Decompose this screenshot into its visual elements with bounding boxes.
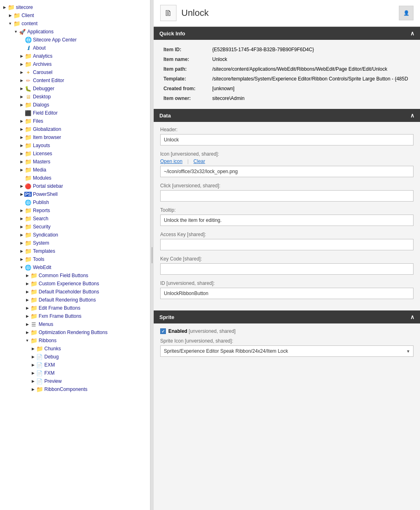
sidebar-item-analytics[interactable]: ▶📁Analytics xyxy=(0,52,150,60)
arrow-fxm-frame-buttons: ▶ xyxy=(24,314,30,318)
click-input[interactable] xyxy=(160,190,413,202)
icon-default-rendering-buttons: 📁 xyxy=(30,297,37,303)
sidebar-item-menus[interactable]: ▶☰Menus xyxy=(0,320,150,328)
sidebar-item-desktop[interactable]: ▶🖥Desktop xyxy=(0,93,150,101)
sidebar-item-portal-sidebar[interactable]: ▶🔴Portal sidebar xyxy=(0,182,150,190)
sidebar-item-licenses[interactable]: ▶📁Licenses xyxy=(0,150,150,158)
key-code-input[interactable] xyxy=(160,263,413,275)
sidebar-item-edit-frame-buttons[interactable]: ▶📁Edit Frame Buttons xyxy=(0,304,150,312)
quick-info-title: Quick Info xyxy=(159,30,185,37)
sprite-section-title: Sprite xyxy=(159,314,174,320)
icon-links: Open icon | Clear xyxy=(160,158,413,164)
sidebar-item-ribbon-components[interactable]: ▶📁RibbonComponents xyxy=(0,385,150,393)
enabled-checkbox[interactable] xyxy=(160,328,166,334)
icon-path-input[interactable] xyxy=(160,166,413,177)
arrow-licenses: ▶ xyxy=(19,152,24,156)
arrow-globalization: ▶ xyxy=(19,127,24,131)
sidebar-item-webedit[interactable]: ▼🌐WebEdit xyxy=(0,263,150,271)
label-applications: Applications xyxy=(27,29,54,35)
quick-info-header[interactable]: Quick Info ∧ xyxy=(154,27,420,40)
sidebar-item-fxm-frame-buttons[interactable]: ▶📁Fxm Frame Buttons xyxy=(0,312,150,320)
sidebar-item-files[interactable]: ▶📁Files xyxy=(0,117,150,125)
sidebar-item-system[interactable]: ▶📁System xyxy=(0,239,150,247)
sidebar-item-default-placeholder-buttons[interactable]: ▶📁Default Placeholder Buttons xyxy=(0,288,150,296)
sidebar-item-content[interactable]: ▼📁content xyxy=(0,20,150,28)
sidebar-item-templates[interactable]: ▶📁Templates xyxy=(0,247,150,255)
id-field-block: ID [unversioned, shared]: xyxy=(160,280,413,299)
icon-publish: 🌐 xyxy=(24,199,32,206)
sidebar-item-layouts[interactable]: ▶📁Layouts xyxy=(0,141,150,150)
sidebar-item-sitecore-app-center[interactable]: 🌐Sitecore App Center xyxy=(0,36,150,44)
sidebar-item-client[interactable]: ▶📁Client xyxy=(0,11,150,20)
open-icon-link[interactable]: Open icon xyxy=(160,158,183,164)
user-icon: 👤 xyxy=(403,10,409,16)
id-input[interactable] xyxy=(160,288,413,299)
clear-link[interactable]: Clear xyxy=(194,158,205,164)
header-input[interactable] xyxy=(160,134,413,145)
label-modules: Modules xyxy=(33,175,51,181)
sidebar-item-debugger[interactable]: ▶🐛Debugger xyxy=(0,85,150,93)
sprite-icon-select[interactable]: Sprites/Experience Editor Speak Ribbon/2… xyxy=(160,345,413,357)
label-debugger: Debugger xyxy=(33,86,54,91)
arrow-default-placeholder-buttons: ▶ xyxy=(24,290,30,294)
click-field-label: Click [unversioned, shared]: xyxy=(160,183,413,189)
sidebar-item-search[interactable]: ▶📁Search xyxy=(0,215,150,223)
icon-desktop: 🖥 xyxy=(24,93,32,100)
sprite-section-header[interactable]: Sprite ∧ xyxy=(154,310,420,323)
sidebar-item-debug[interactable]: ▶📄Debug xyxy=(0,353,150,361)
info-label: Item owner: xyxy=(160,93,209,103)
label-custom-experience-buttons: Custom Experience Buttons xyxy=(39,281,99,286)
sidebar-item-ribbons[interactable]: ▼📁Ribbons xyxy=(0,336,150,345)
sidebar-item-fxm[interactable]: ▶📄FXM xyxy=(0,369,150,377)
info-value: /sitecore/templates/System/Experience Ed… xyxy=(209,74,413,84)
arrow-menus: ▶ xyxy=(24,322,30,326)
sidebar-item-carousel[interactable]: ▶✦Carousel xyxy=(0,68,150,76)
label-default-placeholder-buttons: Default Placeholder Buttons xyxy=(39,289,99,295)
label-system: System xyxy=(33,240,49,246)
sidebar-item-about[interactable]: ℹAbout xyxy=(0,44,150,52)
resizer[interactable] xyxy=(150,0,154,510)
sidebar-item-sitecore[interactable]: ▶📁sitecore xyxy=(0,3,150,11)
sidebar-item-applications[interactable]: ▼🚀Applications xyxy=(0,28,150,36)
sidebar-item-common-field-buttons[interactable]: ▶📁Common Field Buttons xyxy=(0,271,150,280)
sidebar-item-default-rendering-buttons[interactable]: ▶📁Default Rendering Buttons xyxy=(0,296,150,304)
sidebar-item-media[interactable]: ▶📁Media xyxy=(0,166,150,174)
data-section-title: Data xyxy=(159,113,171,119)
label-masters: Masters xyxy=(33,159,50,165)
data-section-header[interactable]: Data ∧ xyxy=(154,109,420,122)
arrow-analytics: ▶ xyxy=(19,54,24,58)
sidebar-item-reports[interactable]: ▶📁Reports xyxy=(0,206,150,215)
sidebar-item-custom-experience-buttons[interactable]: ▶📁Custom Experience Buttons xyxy=(0,280,150,288)
sidebar-item-field-editor[interactable]: ⬛Field Editor xyxy=(0,109,150,117)
sidebar-item-optimization-rendering-buttons[interactable]: ▶📁Optimization Rendering Buttons xyxy=(0,328,150,336)
icon-common-field-buttons: 📁 xyxy=(30,272,37,279)
sidebar-item-globalization[interactable]: ▶📁Globalization xyxy=(0,125,150,133)
tooltip-input[interactable] xyxy=(160,215,413,226)
icon-debugger: 🐛 xyxy=(24,85,32,92)
arrow-default-rendering-buttons: ▶ xyxy=(24,298,30,302)
sidebar-item-chunks[interactable]: ▶📁Chunks xyxy=(0,345,150,353)
label-desktop: Desktop xyxy=(33,94,51,100)
access-key-input[interactable] xyxy=(160,239,413,250)
sidebar-item-security[interactable]: ▶📁Security xyxy=(0,223,150,231)
sidebar-item-publish[interactable]: 🌐Publish xyxy=(0,198,150,206)
icon-edit-frame-buttons: 📁 xyxy=(30,305,37,311)
sidebar-item-preview[interactable]: ▶📄Preview xyxy=(0,377,150,385)
sidebar-item-powershell[interactable]: ▶PSPowerShell xyxy=(0,190,150,198)
sidebar-item-archives[interactable]: ▶📁Archives xyxy=(0,60,150,68)
sidebar-item-tools[interactable]: ▶📁Tools xyxy=(0,255,150,263)
arrow-ribbon-components: ▶ xyxy=(30,387,36,391)
sidebar-item-dialogs[interactable]: ▶📁Dialogs xyxy=(0,101,150,109)
sidebar-item-content-editor[interactable]: ▶✏Content Editor xyxy=(0,76,150,85)
label-content: content xyxy=(22,21,37,26)
sidebar-item-exm[interactable]: ▶📄EXM xyxy=(0,361,150,369)
icon-sitecore-app-center: 🌐 xyxy=(24,37,32,43)
main-content: 🗎 Unlock 👤 Quick Info ∧ Item ID:{E52B931… xyxy=(154,0,420,510)
arrow-files: ▶ xyxy=(19,119,24,123)
sidebar-item-modules[interactable]: 📁Modules xyxy=(0,174,150,182)
sidebar-item-item-browser[interactable]: ▶📁Item browser xyxy=(0,133,150,141)
user-icon-button[interactable]: 👤 xyxy=(399,6,413,20)
icon-field-editor: ⬛ xyxy=(24,110,32,116)
sidebar-item-masters[interactable]: ▶📁Masters xyxy=(0,158,150,166)
sidebar-item-syndication[interactable]: ▶📁Syndication xyxy=(0,231,150,239)
